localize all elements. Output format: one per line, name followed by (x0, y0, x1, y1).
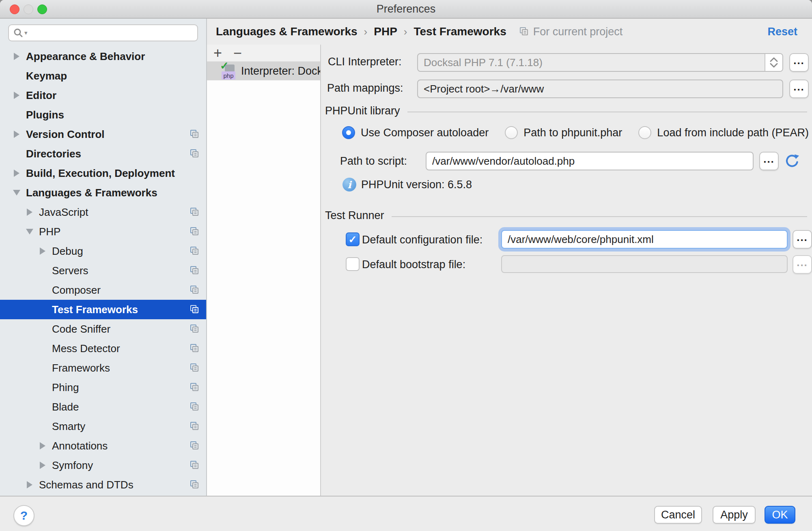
per-project-icon (189, 304, 200, 315)
per-project-icon (519, 26, 529, 37)
radio-option-phpunit-phar[interactable]: Path to phpunit.phar (505, 126, 622, 139)
dialog-footer: ? Cancel Apply OK (0, 496, 812, 531)
sidebar-item-blade[interactable]: Blade (0, 397, 206, 417)
section-rule (407, 112, 807, 112)
sidebar-item-phing[interactable]: Phing (0, 378, 206, 397)
per-project-icon (189, 265, 200, 276)
sidebar-item-build-execution-deployment[interactable]: Build, Execution, Deployment (0, 163, 206, 183)
add-interpreter-button[interactable]: + (213, 46, 222, 60)
minimize-window-button[interactable] (24, 4, 33, 14)
per-project-icon (189, 226, 200, 237)
sidebar-item-frameworks[interactable]: Frameworks (0, 358, 206, 378)
sidebar-item-schemas-and-dtds[interactable]: Schemas and DTDs (0, 475, 206, 494)
default-bootstrap-file-field[interactable] (501, 255, 788, 273)
breadcrumb-php[interactable]: PHP (374, 25, 397, 38)
sidebar-item-mess-detector[interactable]: Mess Detector (0, 339, 206, 358)
cli-interpreter-browse-button[interactable]: ... (789, 53, 809, 72)
path-to-script-field[interactable] (426, 152, 754, 170)
default-configuration-file-browse-button[interactable]: ... (793, 230, 812, 249)
sidebar-item-editor[interactable]: Editor (0, 86, 206, 105)
default-configuration-file-checkbox[interactable]: ✓ (346, 232, 360, 246)
per-project-icon (189, 285, 200, 295)
path-to-script-value[interactable] (426, 155, 753, 168)
interpreter-list-item[interactable]: ✓ php Interpreter: Dock (207, 62, 320, 80)
path-mappings-label: Path mappings: (327, 82, 403, 95)
sidebar-item-javascript[interactable]: JavaScript (0, 202, 206, 222)
cli-interpreter-value[interactable] (418, 56, 765, 69)
search-input[interactable] (31, 26, 193, 40)
scope-indicator: For current project (519, 26, 623, 38)
sidebar-item-plugins[interactable]: Plugins (0, 105, 206, 125)
radio-option-composer-autoloader[interactable]: Use Composer autoloader (342, 126, 489, 139)
disclosure-triangle-icon[interactable] (7, 92, 26, 99)
breadcrumb-languages-frameworks[interactable]: Languages & Frameworks (216, 25, 358, 38)
disclosure-triangle-icon[interactable] (20, 209, 39, 216)
zoom-window-button[interactable] (37, 4, 47, 14)
sidebar-item-label: Schemas and DTDs (39, 479, 189, 491)
radio-button[interactable] (342, 126, 355, 139)
path-mappings-browse-button[interactable]: ... (789, 80, 809, 98)
path-to-script-browse-button[interactable]: ... (759, 152, 779, 170)
sidebar-item-keymap[interactable]: Keymap (0, 66, 206, 86)
disclosure-triangle-icon[interactable] (7, 131, 26, 138)
default-bootstrap-file-checkbox[interactable]: ✓ (346, 257, 360, 271)
sidebar-item-code-sniffer[interactable]: Code Sniffer (0, 319, 206, 339)
per-project-icon (189, 479, 200, 490)
window-title: Preferences (377, 3, 436, 15)
settings-sidebar: ▾ Appearance & Behavior Keymap Editor (0, 19, 206, 496)
reset-link[interactable]: Reset (767, 26, 797, 38)
disclosure-triangle-icon[interactable] (33, 462, 52, 469)
sidebar-item-smarty[interactable]: Smarty (0, 417, 206, 436)
ok-button[interactable]: OK (765, 506, 795, 524)
per-project-icon (189, 246, 200, 256)
default-configuration-file-label: Default configuration file: (362, 234, 482, 246)
default-configuration-file-field[interactable] (501, 230, 788, 249)
search-options-caret-icon[interactable]: ▾ (24, 29, 28, 37)
chevron-down-icon (769, 63, 778, 68)
check-icon: ✓ (349, 234, 357, 245)
interpreter-list-toolbar: + − (207, 45, 320, 62)
sidebar-item-languages-frameworks[interactable]: Languages & Frameworks (0, 183, 206, 202)
interpreter-list-panel: + − ✓ php Interpreter: Dock (207, 45, 320, 496)
sidebar-item-servers[interactable]: Servers (0, 261, 206, 280)
help-button[interactable]: ? (13, 505, 34, 526)
cancel-button[interactable]: Cancel (654, 506, 702, 524)
radio-button[interactable] (638, 126, 651, 139)
reload-phpunit-version-icon[interactable] (784, 153, 801, 170)
radio-button[interactable] (505, 126, 518, 139)
preferences-window: Preferences ▾ Appearance & Behavior Keym… (0, 0, 812, 531)
disclosure-triangle-icon[interactable] (7, 190, 26, 196)
sidebar-item-appearance-behavior[interactable]: Appearance & Behavior (0, 47, 206, 66)
settings-search-field[interactable]: ▾ (8, 24, 198, 41)
breadcrumb-test-frameworks[interactable]: Test Frameworks (414, 25, 506, 38)
sidebar-item-version-control[interactable]: Version Control (0, 125, 206, 144)
breadcrumb-separator-icon: › (404, 26, 407, 38)
sidebar-item-annotations[interactable]: Annotations (0, 436, 206, 456)
apply-button[interactable]: Apply (713, 506, 756, 524)
sidebar-item-test-frameworks[interactable]: Test Frameworks (0, 300, 206, 319)
test-runner-section: Test Runner (325, 209, 807, 222)
sidebar-item-directories[interactable]: Directories (0, 144, 206, 163)
cli-interpreter-combobox[interactable] (417, 53, 783, 72)
test-runner-section-label: Test Runner (325, 209, 384, 222)
path-mappings-value[interactable] (418, 83, 782, 95)
sidebar-item-label: Symfony (52, 459, 189, 472)
sidebar-item-label: Plugins (26, 109, 189, 121)
remove-interpreter-button[interactable]: − (233, 46, 242, 60)
disclosure-triangle-icon[interactable] (7, 170, 26, 177)
close-window-button[interactable] (10, 4, 19, 14)
path-mappings-field[interactable] (417, 80, 783, 98)
disclosure-triangle-icon[interactable] (33, 247, 52, 255)
sidebar-item-symfony[interactable]: Symfony (0, 456, 206, 475)
disclosure-triangle-icon[interactable] (7, 53, 26, 60)
sidebar-item-debug[interactable]: Debug (0, 241, 206, 261)
default-bootstrap-file-browse-button[interactable]: ... (793, 255, 812, 274)
sidebar-item-php[interactable]: PHP (0, 222, 206, 241)
default-configuration-file-value[interactable] (502, 233, 787, 246)
radio-option-include-path-pear[interactable]: Load from include path (PEAR) (638, 126, 809, 139)
disclosure-triangle-icon[interactable] (20, 481, 39, 488)
disclosure-triangle-icon[interactable] (20, 229, 39, 234)
sidebar-item-composer[interactable]: Composer (0, 280, 206, 300)
disclosure-triangle-icon[interactable] (33, 442, 52, 449)
combobox-stepper[interactable] (765, 54, 782, 71)
